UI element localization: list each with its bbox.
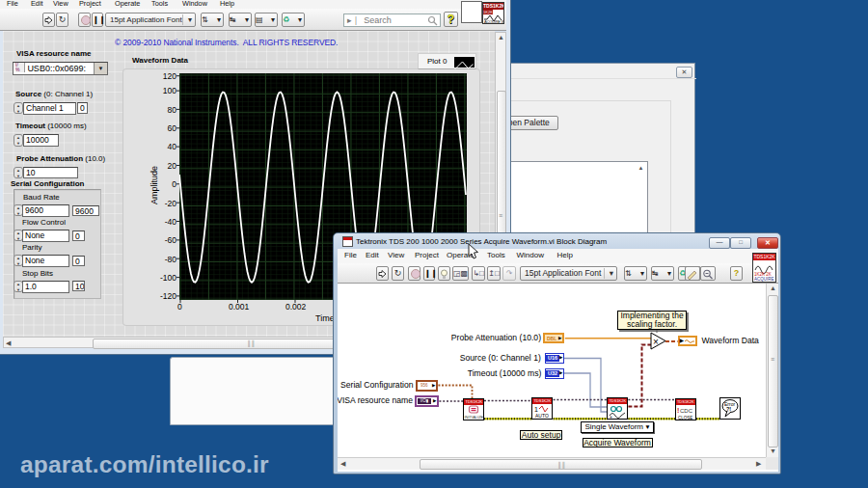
- svg-text:+: +: [610, 414, 612, 419]
- svg-text:1: 1: [534, 406, 538, 413]
- svg-text:?!: ?!: [726, 406, 731, 412]
- svg-text:CLOSE: CLOSE: [678, 416, 692, 420]
- svg-text:!: !: [677, 407, 679, 414]
- svg-text:INITIALIZE: INITIALIZE: [465, 415, 484, 420]
- svg-text:ACQUIRE: ACQUIRE: [754, 277, 774, 282]
- svg-text:AUTO: AUTO: [535, 413, 549, 419]
- svg-text:×: ×: [653, 337, 659, 347]
- svg-text:CDC: CDC: [680, 408, 693, 414]
